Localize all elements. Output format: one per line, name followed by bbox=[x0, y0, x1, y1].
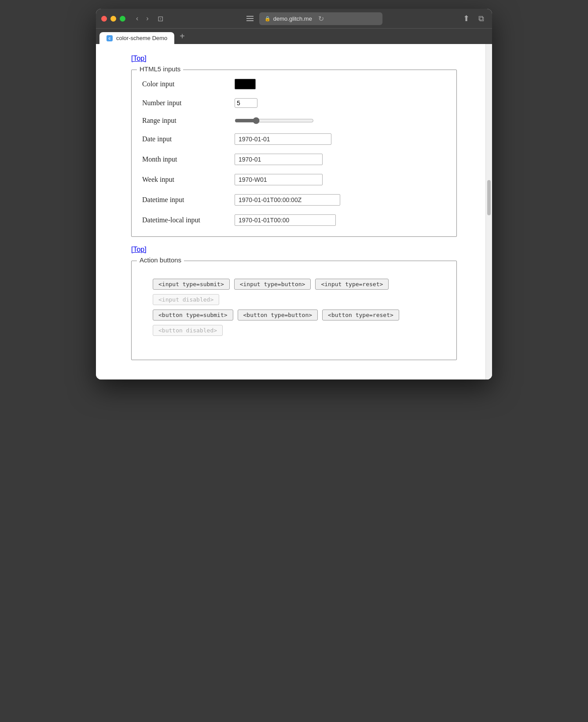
input-button-button[interactable]: <input type=button> bbox=[234, 279, 311, 290]
datetime-input[interactable] bbox=[235, 194, 340, 206]
scrollbar[interactable] bbox=[485, 44, 492, 379]
month-input[interactable] bbox=[235, 154, 323, 165]
address-bar-container: 🔒 demo.glitch.me ↻ bbox=[172, 12, 455, 25]
input-button-row: <input type=submit> <input type=button> … bbox=[153, 279, 435, 305]
tab-title: color-scheme Demo bbox=[116, 35, 167, 41]
datetime-label: Datetime input bbox=[142, 196, 235, 204]
browser-window: ‹ › ⊡ 🔒 demo.glitch.me ↻ ⬆ ⧉ c color-sc bbox=[96, 9, 492, 379]
address-bar[interactable]: 🔒 demo.glitch.me ↻ bbox=[259, 12, 382, 25]
reload-icon[interactable]: ↻ bbox=[318, 15, 324, 23]
range-label: Range input bbox=[142, 117, 235, 125]
traffic-lights bbox=[101, 16, 125, 22]
html5-inputs-section: HTML5 inputs Color input Number input Ra… bbox=[131, 70, 457, 237]
color-label: Color input bbox=[142, 80, 235, 88]
range-input-row: Range input bbox=[142, 117, 446, 125]
week-input[interactable] bbox=[235, 174, 323, 185]
menu-icon bbox=[245, 14, 255, 23]
titlebar: ‹ › ⊡ 🔒 demo.glitch.me ↻ ⬆ ⧉ bbox=[96, 9, 492, 28]
html5-legend: HTML5 inputs bbox=[137, 65, 183, 73]
button-disabled-button: <button disabled> bbox=[153, 325, 223, 336]
active-tab[interactable]: c color-scheme Demo bbox=[99, 32, 174, 44]
toolbar-right: ⬆ ⧉ bbox=[460, 12, 487, 25]
action-buttons-legend: Action buttons bbox=[137, 256, 184, 264]
datetime-local-row: Datetime-local input bbox=[142, 214, 446, 226]
date-input-row: Date input bbox=[142, 133, 446, 145]
week-input-row: Week input bbox=[142, 174, 446, 185]
color-input[interactable] bbox=[235, 79, 256, 89]
buttons-container: <input type=submit> <input type=button> … bbox=[142, 270, 446, 349]
tabbar: c color-scheme Demo + bbox=[96, 28, 492, 44]
datetime-local-label: Datetime-local input bbox=[142, 216, 235, 224]
datetime-input-row: Datetime input bbox=[142, 194, 446, 206]
minimize-button[interactable] bbox=[110, 16, 116, 22]
action-buttons-section: Action buttons <input type=submit> <inpu… bbox=[131, 261, 457, 360]
month-label: Month input bbox=[142, 155, 235, 163]
button-reset-button[interactable]: <button type=reset> bbox=[322, 309, 399, 320]
page-content: [Top] HTML5 inputs Color input Number in… bbox=[96, 44, 492, 379]
date-label: Date input bbox=[142, 135, 235, 143]
number-label: Number input bbox=[142, 99, 235, 107]
input-submit-button[interactable]: <input type=submit> bbox=[153, 279, 230, 290]
lock-icon: 🔒 bbox=[265, 16, 271, 22]
button-button-button[interactable]: <button type=button> bbox=[238, 309, 318, 320]
number-input-row: Number input bbox=[142, 98, 446, 108]
share-button[interactable]: ⬆ bbox=[460, 12, 472, 25]
nav-buttons: ‹ › bbox=[132, 13, 152, 24]
tabs-button[interactable]: ⧉ bbox=[476, 12, 487, 25]
month-input-row: Month input bbox=[142, 154, 446, 165]
back-button[interactable]: ‹ bbox=[132, 13, 142, 24]
button-element-row: <button type=submit> <button type=button… bbox=[153, 309, 435, 336]
forward-button[interactable]: › bbox=[143, 13, 152, 24]
week-label: Week input bbox=[142, 176, 235, 184]
range-input[interactable] bbox=[235, 117, 314, 124]
sidebar-button[interactable]: ⊡ bbox=[154, 13, 167, 25]
number-input[interactable] bbox=[235, 98, 257, 108]
button-submit-button[interactable]: <button type=submit> bbox=[153, 309, 233, 320]
date-input[interactable] bbox=[235, 133, 331, 145]
scrollbar-thumb[interactable] bbox=[487, 180, 491, 215]
top-link-2[interactable]: [Top] bbox=[131, 246, 147, 254]
input-reset-button[interactable]: <input type=reset> bbox=[315, 279, 389, 290]
new-tab-button[interactable]: + bbox=[176, 31, 188, 41]
maximize-button[interactable] bbox=[120, 16, 125, 22]
tab-favicon: c bbox=[107, 35, 113, 41]
close-button[interactable] bbox=[101, 16, 107, 22]
input-disabled-button: <input disabled> bbox=[153, 294, 219, 305]
datetime-local-input[interactable] bbox=[235, 214, 336, 226]
color-input-row: Color input bbox=[142, 79, 446, 89]
address-text: demo.glitch.me bbox=[273, 15, 312, 22]
top-link-1[interactable]: [Top] bbox=[131, 55, 147, 63]
